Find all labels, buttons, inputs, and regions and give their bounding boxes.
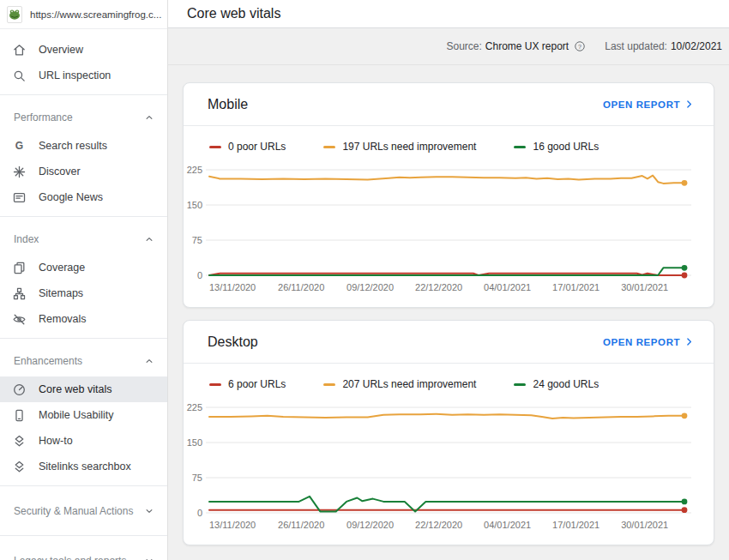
section-header-label: Index	[14, 233, 39, 245]
page-title: Core web vitals	[187, 6, 280, 21]
legend-swatch	[323, 146, 335, 148]
series-end-dot	[682, 273, 688, 279]
x-tick-label: 26/11/2020	[278, 520, 324, 530]
sidebar: https://www.screamingfrog.c... Overview …	[0, 0, 168, 560]
discover-icon	[12, 165, 27, 179]
sidebar-item-overview[interactable]: Overview	[0, 37, 167, 63]
x-tick-label: 09/12/2020	[346, 282, 394, 292]
source-label: Source:	[446, 40, 481, 52]
sidebar-item-sitemaps[interactable]: Sitemaps	[0, 280, 167, 306]
help-icon[interactable]: ?	[574, 40, 586, 52]
item-icon-wrap	[11, 311, 27, 327]
legend-label: 0 poor URLs	[228, 141, 286, 153]
item-icon-wrap: G	[11, 138, 27, 154]
desktop-chart: 07515022513/11/202026/11/202009/12/20202…	[184, 394, 702, 538]
desktop-legend: 6 poor URLs 207 URLs need improvement 24…	[184, 364, 714, 390]
item-icon-wrap	[11, 42, 27, 57]
sidebar-item-label: Coverage	[39, 262, 85, 274]
howto-icon	[12, 434, 27, 449]
sitemaps-icon	[12, 286, 27, 301]
mobile-card: Mobile OPEN REPORT 0 poor URLs 197 URLs …	[183, 82, 714, 308]
sidebar-nav: Overview URL inspection Performance G Se…	[0, 29, 167, 560]
x-tick-label: 17/01/2021	[552, 282, 599, 292]
x-tick-label: 30/01/2021	[621, 520, 668, 530]
legend-item: 6 poor URLs	[209, 378, 286, 390]
sidebar-item-label: URL inspection	[39, 69, 111, 81]
sidebar-item-coverage[interactable]: Coverage	[0, 255, 167, 280]
sidebar-section-header-performance[interactable]: Performance	[0, 101, 167, 133]
sidebar-item-sitelinks-searchbox[interactable]: Sitelinks searchbox	[0, 454, 167, 479]
sidebar-section: Security & Manual Actions	[0, 486, 167, 535]
series-end-dot	[682, 507, 688, 513]
report-meta-bar: Source: Chrome UX report ? Last updated:…	[168, 28, 729, 65]
search-icon	[12, 69, 27, 83]
sidebar-section: Legacy tools and reports	[0, 536, 167, 560]
desktop-card: Desktop OPEN REPORT 6 poor URLs 207 URLs…	[183, 320, 714, 545]
property-selector[interactable]: https://www.screamingfrog.c...	[0, 0, 167, 29]
legend-swatch	[209, 146, 221, 148]
legend-item: 207 URLs need improvement	[323, 378, 476, 390]
sidebar-item-mobile-usability[interactable]: Mobile Usability	[0, 402, 167, 428]
x-tick-label: 22/12/2020	[415, 520, 462, 530]
legend-label: 16 good URLs	[533, 141, 599, 153]
item-icon-wrap	[11, 286, 27, 301]
removals-icon	[12, 312, 27, 327]
chevron-right-icon	[684, 336, 695, 347]
sidebar-item-label: Overview	[39, 44, 83, 56]
sidebar-item-google-news[interactable]: Google News	[0, 184, 167, 210]
sidebar-item-removals[interactable]: Removals	[0, 306, 167, 332]
chevron-down-icon	[143, 555, 155, 560]
sidebar-item-search-results[interactable]: G Search results	[0, 133, 167, 159]
sidebar-item-discover[interactable]: Discover	[0, 159, 167, 184]
sidebar-item-core-web-vitals[interactable]: Core web vitals	[0, 376, 167, 402]
series-end-dot	[682, 499, 688, 505]
sidebar-section-header-index[interactable]: Index	[0, 223, 167, 255]
series-end-dot	[682, 412, 688, 418]
legend-label: 6 poor URLs	[228, 378, 286, 390]
last-updated-group: Last updated: 10/02/2021	[605, 40, 722, 52]
section-header-label: Security & Manual Actions	[14, 505, 133, 517]
series-line-urls-need-improvement	[209, 414, 684, 418]
x-tick-label: 26/11/2020	[278, 282, 324, 292]
sidebar-item-label: Core web vitals	[39, 383, 111, 395]
mobile-open-report-link[interactable]: OPEN REPORT	[603, 99, 695, 110]
legend-swatch	[514, 146, 526, 148]
sidebar-item-label: Sitelinks searchbox	[39, 461, 131, 473]
mobile-card-header: Mobile OPEN REPORT	[184, 83, 714, 126]
series-end-dot	[682, 180, 688, 186]
item-icon-wrap	[11, 260, 27, 275]
item-icon-wrap	[11, 164, 27, 179]
sidebar-section-header-legacy-tools-and-reports[interactable]: Legacy tools and reports	[0, 542, 167, 560]
svg-text:G: G	[15, 140, 22, 152]
sidebar-item-how-to[interactable]: How-to	[0, 428, 167, 454]
chevron-up-icon	[143, 111, 155, 123]
desktop-card-header: Desktop OPEN REPORT	[184, 321, 714, 364]
sidebar-item-label: Discover	[39, 166, 81, 178]
desktop-open-report-link[interactable]: OPEN REPORT	[603, 336, 695, 347]
legend-item: 197 URLs need improvement	[323, 141, 476, 153]
item-icon-wrap	[11, 190, 27, 205]
sidebar-item-url-inspection[interactable]: URL inspection	[0, 63, 167, 88]
y-tick-label: 75	[192, 235, 202, 245]
mobile-card-title: Mobile	[208, 97, 248, 112]
item-icon-wrap	[11, 433, 27, 449]
sidebar-section: Performance G Search results Discover Go…	[0, 95, 167, 216]
sidebar-item-label: Google News	[39, 191, 103, 203]
desktop-card-title: Desktop	[208, 334, 258, 350]
item-icon-wrap	[11, 68, 27, 83]
desktop-chart-area: 07515022513/11/202026/11/202009/12/20202…	[184, 390, 714, 545]
home-icon	[12, 43, 27, 57]
series-end-dot	[682, 265, 688, 271]
screamingfrog-favicon	[7, 6, 22, 23]
sidebar-section-header-enhancements[interactable]: Enhancements	[0, 345, 167, 376]
x-tick-label: 13/11/2020	[209, 520, 256, 530]
mobile-chart: 07515022513/11/202026/11/202009/12/20202…	[184, 156, 702, 300]
sidebar-item-label: Removals	[39, 313, 87, 325]
sidebar-item-label: Mobile Usability	[39, 409, 114, 421]
sidebar-section-header-security-manual-actions[interactable]: Security & Manual Actions	[0, 492, 167, 529]
legend-swatch	[323, 383, 335, 386]
legend-label: 207 URLs need improvement	[342, 378, 476, 390]
property-url: https://www.screamingfrog.c...	[30, 9, 161, 20]
y-tick-label: 75	[192, 473, 202, 483]
last-updated-label: Last updated:	[605, 40, 667, 52]
